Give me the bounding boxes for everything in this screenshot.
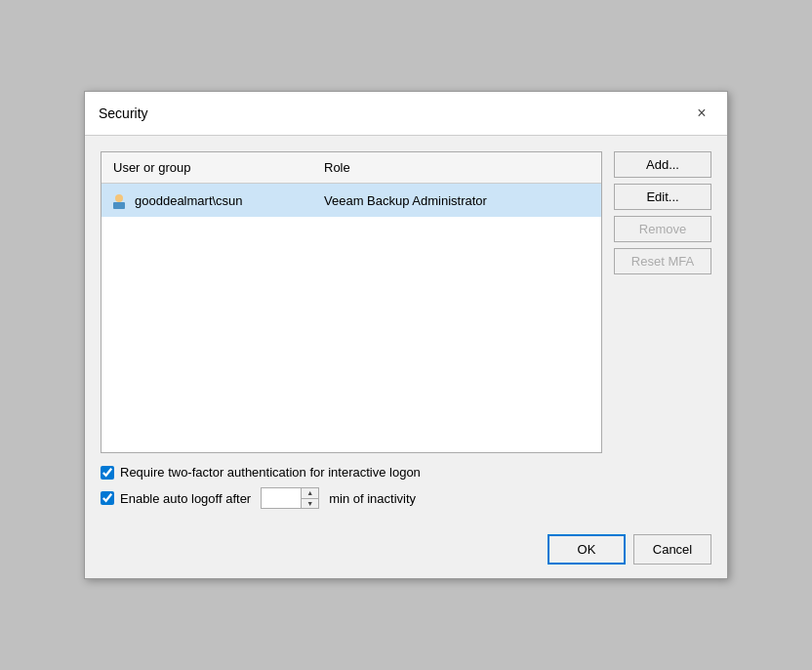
options-area: Require two-factor authentication for in… — [101, 465, 602, 509]
user-name: gooddealmart\csun — [135, 193, 243, 208]
reset-mfa-button[interactable]: Reset MFA — [614, 248, 711, 274]
two-factor-checkbox[interactable] — [101, 466, 114, 480]
cell-user: gooddealmart\csun — [102, 188, 316, 212]
table-header: User or group Role — [102, 152, 601, 184]
user-role-table: User or group Role — [101, 151, 602, 453]
auto-logoff-value[interactable]: 10 — [262, 488, 301, 508]
remove-button[interactable]: Remove — [614, 216, 711, 242]
ok-button[interactable]: OK — [548, 534, 626, 565]
auto-logoff-label-before: Enable auto logoff after — [120, 491, 251, 506]
two-factor-row: Require two-factor authentication for in… — [101, 465, 602, 480]
right-panel: Add... Edit... Remove Reset MFA — [614, 151, 711, 509]
svg-point-2 — [116, 195, 122, 201]
auto-logoff-row: Enable auto logoff after 10 ▲ ▼ min of i… — [101, 487, 602, 509]
edit-button[interactable]: Edit... — [614, 184, 711, 210]
table-body: gooddealmart\csun Veeam Backup Administr… — [102, 184, 601, 452]
add-button[interactable]: Add... — [614, 151, 711, 178]
cancel-button[interactable]: Cancel — [633, 534, 711, 565]
dialog-footer: OK Cancel — [85, 524, 727, 578]
auto-logoff-spinbox[interactable]: 10 ▲ ▼ — [261, 487, 319, 509]
auto-logoff-label-after: min of inactivity — [329, 491, 416, 506]
two-factor-label: Require two-factor authentication for in… — [120, 465, 421, 480]
col-role-header: Role — [316, 158, 601, 177]
dialog-body: User or group Role — [85, 136, 727, 524]
spin-up-button[interactable]: ▲ — [302, 488, 318, 499]
spin-down-button[interactable]: ▼ — [302, 499, 318, 509]
title-bar: Security × — [85, 92, 727, 136]
spinbox-arrows: ▲ ▼ — [301, 488, 318, 508]
security-dialog: Security × User or group Role — [84, 91, 728, 579]
close-button[interactable]: × — [690, 102, 713, 125]
auto-logoff-checkbox[interactable] — [101, 491, 114, 505]
svg-rect-0 — [113, 202, 125, 209]
cell-role: Veeam Backup Administrator — [316, 191, 601, 210]
col-user-header: User or group — [102, 158, 316, 177]
left-panel: User or group Role — [101, 151, 602, 509]
user-icon — [109, 190, 129, 210]
table-row[interactable]: gooddealmart\csun Veeam Backup Administr… — [102, 184, 601, 217]
dialog-title: Security — [99, 105, 148, 121]
